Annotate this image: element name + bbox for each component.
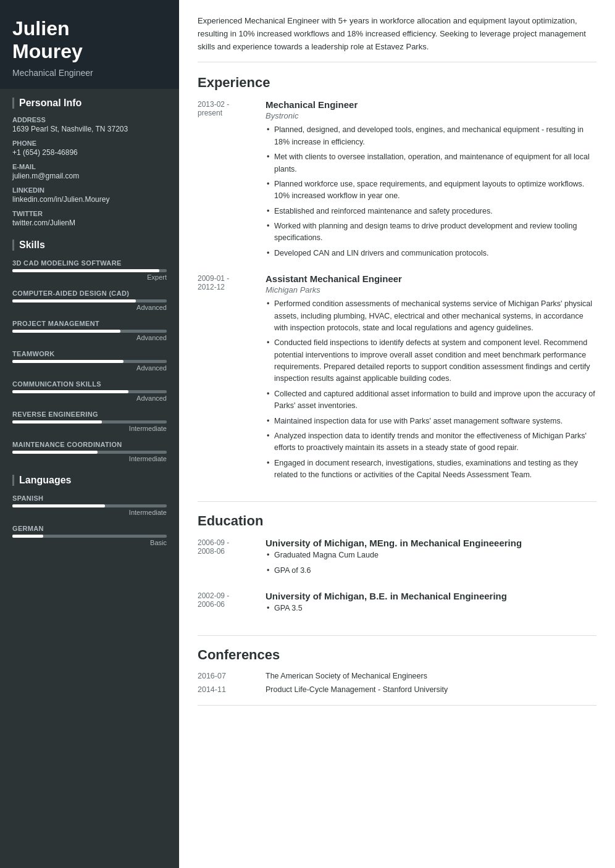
skill-bar-fill (12, 420, 102, 424)
language-level: Intermediate (12, 509, 167, 516)
skill-name: MAINTENANCE COORDINATION (12, 441, 167, 448)
conference-name: Product Life-Cycle Management - Stanford… (266, 685, 448, 694)
info-label: E-mail (12, 163, 167, 170)
skill-bar (12, 330, 167, 333)
bullet-item: Collected and captured additional asset … (266, 388, 596, 412)
main-content: Experienced Mechanical Engineer with 5+ … (179, 0, 615, 868)
entry-bullets: Planned, designed, and developed tools, … (266, 124, 596, 259)
entry-job-title: Assistant Mechanical Engineer (266, 273, 596, 284)
skill-level: Advanced (12, 304, 167, 311)
bullet-item: Developed CAN and LIN drivers and commun… (266, 248, 596, 259)
bullet-item: Worked with planning and design teams to… (266, 220, 596, 244)
bullet-item: Planned workforce use, space requirement… (266, 178, 596, 202)
candidate-name: JulienMourey (12, 17, 167, 63)
entry-job-title: Mechanical Engineer (266, 99, 596, 110)
entry-content: Mechanical EngineerBystronicPlanned, des… (266, 99, 596, 262)
conferences-section: Conferences 2016-07The American Society … (198, 647, 596, 706)
skill-level: Advanced (12, 334, 167, 341)
sidebar-header: JulienMourey Mechanical Engineer (0, 0, 179, 89)
bullet-item: Analyzed inspection data to identify tre… (266, 430, 596, 454)
skill-bar (12, 299, 167, 303)
summary-text: Experienced Mechanical Engineer with 5+ … (198, 15, 596, 62)
bullet-item: Planned, designed, and developed tools, … (266, 124, 596, 148)
experience-entry: 2009-01 -2012-12Assistant Mechanical Eng… (198, 273, 596, 484)
entry-dates: 2013-02 -present (198, 99, 266, 262)
edu-bullet-item: GPA of 3.6 (266, 565, 596, 577)
languages-section: Languages SPANISHIntermediateGERMANBasic (0, 466, 179, 550)
conferences-title: Conferences (198, 647, 596, 663)
skill-level: Intermediate (12, 425, 167, 432)
personal-info-title: Personal Info (12, 98, 167, 109)
language-level: Basic (12, 539, 167, 546)
edu-bullet-item: Graduated Magna Cum Laude (266, 549, 596, 561)
edu-content: University of Michigan, MEng. in Mechani… (266, 538, 596, 580)
skill-bar-fill (12, 451, 98, 454)
info-value: julien.m@gmail.com (12, 172, 167, 180)
skill-bar-fill (12, 360, 123, 363)
language-bar-fill (12, 504, 105, 507)
skill-name: 3D CAD MODELING SOFTWARE (12, 259, 167, 267)
skill-bar-fill (12, 299, 136, 303)
edu-bullets: Graduated Magna Cum LaudeGPA of 3.6 (266, 549, 596, 577)
info-value: linkedin.com/in/Julien.Mourey (12, 195, 167, 204)
education-title: Education (198, 513, 596, 529)
skills-section: Skills 3D CAD MODELING SOFTWAREExpertCOM… (0, 231, 179, 466)
bullet-item: Maintained inspection data for use with … (266, 415, 596, 427)
skill-level: Advanced (12, 364, 167, 372)
skill-bar (12, 451, 167, 454)
entry-content: Assistant Mechanical EngineerMichigan Pa… (266, 273, 596, 484)
skill-bar-fill (12, 269, 159, 272)
info-label: Twitter (12, 210, 167, 217)
language-bar (12, 504, 167, 507)
info-value: twitter.com/JulienM (12, 219, 167, 227)
bullet-item: Met with clients to oversee installation… (266, 151, 596, 175)
skill-bar-fill (12, 330, 120, 333)
edu-bullet-item: GPA 3.5 (266, 603, 596, 614)
education-section: Education 2006-09 -2008-06University of … (198, 513, 596, 635)
education-entry: 2006-09 -2008-06University of Michigan, … (198, 538, 596, 580)
conference-entry: 2014-11Product Life-Cycle Management - S… (198, 685, 596, 694)
experience-section: Experience 2013-02 -presentMechanical En… (198, 75, 596, 502)
edu-dates: 2002-09 -2006-06 (198, 591, 266, 617)
sidebar: JulienMourey Mechanical Engineer Persona… (0, 0, 179, 868)
bullet-item: Engaged in document research, investigat… (266, 457, 596, 482)
skill-bar-fill (12, 390, 128, 393)
skill-level: Expert (12, 273, 167, 281)
resume-container: JulienMourey Mechanical Engineer Persona… (0, 0, 615, 868)
edu-bullets: GPA 3.5 (266, 603, 596, 614)
skill-bar (12, 390, 167, 393)
bullet-item: Performed condition assessments of mecha… (266, 298, 596, 334)
skill-name: COMPUTER-AIDED DESIGN (CAD) (12, 290, 167, 297)
entry-company: Bystronic (266, 111, 596, 120)
conference-date: 2014-11 (198, 685, 266, 694)
education-entry: 2002-09 -2006-06University of Michigan, … (198, 591, 596, 617)
skill-name: COMMUNICATION SKILLS (12, 380, 167, 388)
experience-entry: 2013-02 -presentMechanical EngineerBystr… (198, 99, 596, 262)
conference-date: 2016-07 (198, 672, 266, 680)
info-label: Address (12, 116, 167, 123)
conference-name: The American Society of Mechanical Engin… (266, 672, 427, 680)
language-bar (12, 535, 167, 538)
skill-bar (12, 420, 167, 424)
entry-company: Michigan Parks (266, 285, 596, 294)
skill-name: TEAMWORK (12, 350, 167, 357)
bullet-item: Established and reinforced maintenance a… (266, 206, 596, 217)
bullet-item: Conducted field inspections to identify … (266, 337, 596, 385)
language-bar-fill (12, 535, 43, 538)
conference-entry: 2016-07The American Society of Mechanica… (198, 672, 596, 680)
entry-dates: 2009-01 -2012-12 (198, 273, 266, 484)
language-name: GERMAN (12, 525, 167, 532)
languages-title: Languages (12, 475, 167, 486)
skill-level: Advanced (12, 394, 167, 402)
skill-name: PROJECT MANAGEMENT (12, 320, 167, 327)
skill-bar (12, 360, 167, 363)
candidate-title: Mechanical Engineer (12, 68, 167, 78)
entry-bullets: Performed condition assessments of mecha… (266, 298, 596, 481)
info-value: +1 (654) 258-46896 (12, 148, 167, 157)
experience-title: Experience (198, 75, 596, 91)
edu-content: University of Michigan, B.E. in Mechanic… (266, 591, 596, 617)
skill-name: REVERSE ENGINEERING (12, 411, 167, 418)
skills-title: Skills (12, 240, 167, 251)
edu-title: University of Michigan, MEng. in Mechani… (266, 538, 596, 548)
info-label: LinkedIn (12, 186, 167, 194)
